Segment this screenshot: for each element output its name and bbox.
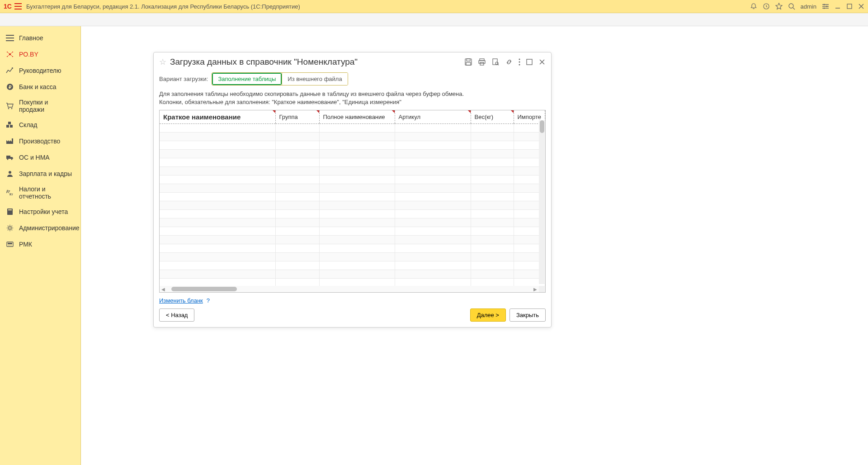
- close-form-icon[interactable]: [538, 58, 546, 66]
- poby-icon: [5, 50, 14, 59]
- col-short-name[interactable]: Краткое наименование: [160, 110, 275, 124]
- toolbar-strip: [0, 13, 868, 26]
- sidebar-item-label: Покупки и продажи: [19, 99, 75, 113]
- sidebar-item-assets[interactable]: ОС и НМА: [0, 149, 80, 166]
- svg-rect-32: [479, 61, 485, 63]
- app-title: Бухгалтерия для Беларуси, редакция 2.1. …: [26, 3, 750, 10]
- expand-icon[interactable]: [526, 58, 533, 66]
- svg-rect-15: [6, 125, 9, 128]
- star-icon[interactable]: [775, 3, 783, 10]
- sidebar-item-label: Руководителю: [19, 67, 61, 74]
- sidebar-item-label: Производство: [19, 138, 60, 145]
- scroll-right-icon[interactable]: ▶: [532, 287, 539, 292]
- sidebar-item-label: Главное: [19, 34, 43, 42]
- instructions-line2: Колонки, обязательные для заполнения: "К…: [159, 98, 546, 106]
- register-icon: [5, 240, 14, 249]
- more-icon[interactable]: [519, 58, 520, 66]
- sidebar-item-production[interactable]: Производство: [0, 133, 80, 149]
- sidebar-item-label: ОС и НМА: [19, 154, 50, 161]
- history-icon[interactable]: [763, 3, 770, 10]
- sidebar-item-label: РМК: [19, 241, 32, 248]
- svg-rect-30: [466, 62, 471, 65]
- sidebar-item-admin[interactable]: Администрирование: [0, 220, 80, 236]
- maximize-icon[interactable]: [846, 3, 853, 9]
- close-icon[interactable]: [858, 3, 864, 9]
- form-window: ☆ Загрузка данных в справочник "Номенкла…: [153, 52, 552, 327]
- settings-icon[interactable]: [822, 3, 829, 10]
- link-icon[interactable]: [505, 58, 513, 66]
- sidebar-item-sales[interactable]: Покупки и продажи: [0, 95, 80, 117]
- sidebar-item-main[interactable]: Главное: [0, 30, 80, 46]
- instructions: Для заполнения таблицы необходимо скопир…: [154, 89, 551, 110]
- svg-rect-39: [527, 59, 532, 65]
- sidebar-item-payroll[interactable]: Зарплата и кадры: [0, 166, 80, 182]
- instructions-line1: Для заполнения таблицы необходимо скопир…: [159, 90, 546, 98]
- sidebar-item-poby[interactable]: PO.BY: [0, 46, 80, 62]
- form-title: Загрузка данных в справочник "Номенклату…: [170, 57, 464, 67]
- change-blank-link[interactable]: Изменить бланк: [159, 297, 203, 304]
- bell-icon[interactable]: [750, 3, 757, 10]
- data-table[interactable]: Краткое наименование Группа Полное наиме…: [160, 110, 545, 287]
- svg-point-25: [9, 227, 11, 229]
- print-icon[interactable]: [478, 58, 486, 66]
- sidebar-item-label: Банк и касса: [19, 83, 56, 90]
- svg-point-14: [11, 108, 13, 109]
- table-row: [160, 176, 545, 184]
- minimize-icon[interactable]: [835, 3, 841, 9]
- svg-point-18: [7, 159, 9, 160]
- help-icon[interactable]: ?: [207, 297, 210, 304]
- table-row: [160, 236, 545, 244]
- sidebar-item-manager[interactable]: Руководителю: [0, 62, 80, 79]
- svg-point-36: [519, 59, 520, 60]
- svg-point-38: [519, 64, 520, 66]
- sidebar-item-warehouse[interactable]: Склад: [0, 117, 80, 133]
- sidebar-item-label: Администрирование: [19, 224, 80, 232]
- ruble-icon: ₽: [5, 82, 14, 91]
- table-row: [160, 193, 545, 201]
- save-icon[interactable]: [464, 58, 472, 66]
- svg-point-2: [824, 4, 825, 5]
- close-button[interactable]: Закрыть: [509, 308, 546, 322]
- svg-rect-24: [8, 209, 12, 210]
- menu-toggle-icon[interactable]: [14, 3, 22, 9]
- scroll-left-icon[interactable]: ◀: [160, 287, 167, 292]
- book-icon: [5, 207, 14, 216]
- col-full-name[interactable]: Полное наименование: [319, 110, 395, 124]
- svg-rect-17: [8, 122, 11, 124]
- main-layout: Главное PO.BY Руководителю ₽ Банк и касс…: [0, 26, 868, 465]
- username-label[interactable]: admin: [801, 3, 816, 10]
- tab-from-file[interactable]: Из внешнего файла: [282, 73, 347, 85]
- content-area: ☆ Загрузка данных в справочник "Номенкла…: [81, 26, 868, 465]
- col-article[interactable]: Артикул: [395, 110, 471, 124]
- col-weight[interactable]: Вес(кг): [471, 110, 514, 124]
- table-row: [160, 261, 545, 270]
- sidebar-item-settings[interactable]: Настройки учета: [0, 204, 80, 220]
- tab-fill-table[interactable]: Заполнение таблицы: [212, 73, 282, 85]
- sidebar-item-rmk[interactable]: РМК: [0, 236, 80, 252]
- svg-rect-27: [8, 243, 12, 244]
- sidebar-item-label: Настройки учета: [19, 208, 68, 215]
- table-body[interactable]: [160, 124, 545, 287]
- col-group[interactable]: Группа: [275, 110, 319, 124]
- sidebar-item-taxes[interactable]: ДтКт Налоги и отчетность: [0, 182, 80, 204]
- svg-point-19: [11, 159, 13, 160]
- data-table-container: Краткое наименование Группа Полное наиме…: [159, 110, 546, 293]
- variant-tab-group: Заполнение таблицы Из внешнего файла: [212, 72, 348, 85]
- sidebar-item-bank[interactable]: ₽ Банк и касса: [0, 79, 80, 95]
- load-variant-row: Вариант загрузки: Заполнение таблицы Из …: [154, 71, 551, 89]
- svg-rect-33: [480, 62, 484, 65]
- search-icon[interactable]: [788, 3, 795, 10]
- svg-point-37: [519, 62, 520, 63]
- person-icon: [5, 169, 14, 178]
- horizontal-scrollbar[interactable]: ◀ ▶: [160, 286, 539, 292]
- table-row: [160, 184, 545, 193]
- table-row: [160, 150, 545, 158]
- preview-icon[interactable]: [491, 58, 500, 66]
- back-button[interactable]: < Назад: [159, 308, 194, 322]
- favorite-star-icon[interactable]: ☆: [159, 57, 166, 67]
- vertical-scrollbar[interactable]: [539, 120, 545, 284]
- sidebar-item-label: Склад: [19, 121, 38, 128]
- titlebar-right: admin: [750, 3, 864, 10]
- table-row: [160, 158, 545, 167]
- next-button[interactable]: Далее >: [470, 308, 506, 322]
